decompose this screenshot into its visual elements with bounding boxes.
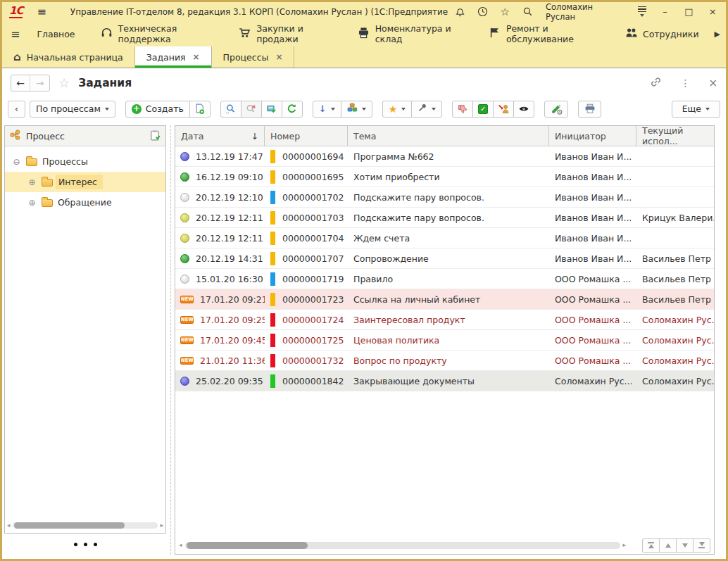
table-row[interactable]: 25.02.20 09:35 00000001842 Закрывающие д… (175, 371, 714, 391)
go-first-row-button[interactable] (642, 538, 660, 553)
close-tab-icon[interactable]: × (275, 52, 282, 62)
priority-bar (270, 191, 275, 204)
task-initiator: ООО Ромашка ... (549, 330, 636, 350)
table-row[interactable]: 16.12.19 09:10 00000001695 Хотим приобре… (175, 167, 714, 187)
tree-item-processes[interactable]: ⊖ Процессы (5, 151, 165, 172)
service-menu-icon[interactable] (636, 6, 648, 18)
scroll-right-icon[interactable]: ▸ (623, 542, 627, 548)
workspace: Процесс ⊖ Процессы ⊕ Интерес (2, 120, 726, 559)
priority-bar (270, 170, 275, 184)
table-footer: ◂ ▸ (175, 536, 714, 554)
column-header-subject[interactable]: Тема (348, 126, 549, 146)
row-status-icon: NEW (180, 296, 194, 303)
section-purchases[interactable]: Закупки и продажи (229, 21, 342, 46)
table-row[interactable]: 13.12.19 17:47 00000001694 Программа №66… (175, 146, 714, 167)
close-tab-icon[interactable]: × (193, 52, 200, 62)
create-by-copy-button[interactable] (189, 101, 211, 118)
column-header-assignee[interactable]: Текущий испол... (636, 126, 714, 146)
table-row[interactable]: NEW 17.01.20 09:45 00000001725 Ценовая п… (175, 330, 714, 351)
print-button[interactable] (578, 101, 601, 118)
go-next-row-button[interactable] (676, 538, 694, 553)
tree-item-interest[interactable]: ⊕ Интерес (5, 172, 165, 192)
maximize-button[interactable]: □ (682, 6, 695, 17)
clipboard-check-icon[interactable] (150, 130, 161, 143)
section-staff[interactable]: Сотрудники (615, 21, 709, 46)
scroll-right-icon[interactable]: ▸ (160, 522, 163, 529)
row-status-icon (180, 152, 189, 161)
close-page-button[interactable]: × (708, 77, 717, 89)
main-menu-icon[interactable]: ≡ (37, 5, 46, 18)
refresh-button[interactable] (282, 101, 303, 118)
close-window-button[interactable]: × (706, 6, 719, 17)
favorites-star-icon[interactable]: ☆ (499, 6, 510, 18)
tab-processes[interactable]: Процессы × (212, 46, 295, 68)
expand-node-icon[interactable]: ⊕ (27, 177, 37, 187)
grouping-dropdown[interactable] (341, 101, 372, 118)
task-date: 13.12.19 17:47 (196, 151, 263, 162)
current-user[interactable]: Соломахин Руслан (546, 2, 624, 22)
group-by-dropdown[interactable]: По процессам (30, 101, 115, 118)
complete-task-button[interactable]: ✓ (472, 101, 494, 118)
notifications-bell-icon[interactable] (455, 6, 466, 18)
section-support[interactable]: Техническая поддержка (91, 21, 224, 46)
go-prev-row-button[interactable] (659, 538, 677, 553)
collapse-left-panel-button[interactable]: ‹ (8, 101, 25, 118)
task-subject: Сопровождение (348, 248, 549, 268)
favorite-star-icon[interactable]: ☆ (58, 75, 70, 90)
go-last-row-button[interactable] (693, 538, 710, 553)
page-menu-kebab-icon[interactable]: ⋮ (680, 77, 690, 89)
section-main[interactable]: Главное (27, 21, 84, 46)
column-header-date[interactable]: Дата ↓ (175, 126, 265, 146)
table-row[interactable]: NEW 17.01.20 09:25 00000001724 Заинтерес… (175, 310, 714, 330)
importance-dropdown[interactable]: ★ (382, 101, 413, 118)
expand-node-icon[interactable]: ⊕ (27, 198, 37, 208)
reject-task-button[interactable] (452, 101, 473, 118)
priority-bar (270, 354, 275, 367)
scroll-left-icon[interactable]: ◂ (7, 522, 11, 529)
column-header-initiator[interactable]: Инициатор (549, 126, 636, 146)
table-row[interactable]: 20.12.19 12:10 00000001702 Подскажите па… (175, 187, 714, 208)
task-number: 00000001732 (282, 355, 344, 366)
table-row[interactable]: NEW 17.01.20 09:21 00000001723 Ссылка на… (175, 289, 714, 310)
tree-item-appeal[interactable]: ⊕ Обращение (5, 192, 165, 213)
functions-menu-icon[interactable]: ≡ (11, 27, 20, 41)
forward-button[interactable]: → (30, 75, 49, 91)
tab-home[interactable]: ⌂ Начальная страница (2, 46, 135, 68)
table-row[interactable]: 15.01.20 16:30 00000001719 Правило ООО Р… (175, 269, 714, 289)
back-button[interactable]: ← (11, 75, 30, 91)
people-icon (625, 27, 637, 41)
table-row[interactable]: 20.12.19 14:31 00000001707 Сопровождение… (175, 248, 714, 269)
section-repair[interactable]: Ремонт и обслуживание (479, 21, 610, 46)
sidebar-horizontal-scrollbar[interactable]: ◂ ▸ (7, 521, 163, 530)
configure-list-button[interactable] (261, 101, 282, 118)
more-actions-dropdown[interactable]: Еще (672, 101, 720, 118)
task-assignee (636, 167, 714, 187)
table-row[interactable]: NEW 21.01.20 11:36 00000001732 Вопрос по… (175, 351, 714, 371)
postpone-task-button[interactable] (544, 101, 568, 118)
table-horizontal-scrollbar[interactable] (185, 542, 620, 549)
table-row[interactable]: 20.12.19 12:11 00000001703 Подскажите па… (175, 208, 714, 228)
more-sections-icon[interactable]: ▶ (715, 30, 720, 39)
redirect-task-button[interactable] (493, 101, 514, 118)
watch-task-button[interactable] (513, 101, 534, 118)
panel-splitter-grip[interactable] (4, 534, 166, 555)
scroll-left-icon[interactable]: ◂ (179, 542, 182, 548)
task-assignee: Соломахин Рус... (636, 330, 714, 350)
priority-bar (270, 272, 275, 286)
collapse-node-icon[interactable]: ⊖ (12, 157, 21, 167)
sort-order-dropdown[interactable]: ↓ (313, 101, 341, 118)
one-c-logo: 1С (9, 6, 23, 18)
cancel-search-button[interactable] (241, 101, 262, 118)
create-button[interactable]: + Создать (125, 101, 190, 118)
column-header-number[interactable]: Номер (265, 126, 348, 146)
panel-splitter[interactable] (166, 125, 175, 555)
minimize-button[interactable]: – (659, 6, 672, 17)
pin-dropdown[interactable] (411, 101, 442, 118)
tab-tasks[interactable]: Задания × (135, 46, 212, 68)
get-link-icon[interactable] (650, 76, 662, 90)
table-row[interactable]: 20.12.19 12:11 00000001704 Ждем счета Ив… (175, 228, 714, 248)
history-clock-icon[interactable] (477, 6, 489, 18)
global-search-icon[interactable] (522, 6, 533, 18)
search-button[interactable] (220, 101, 241, 118)
section-warehouse[interactable]: Номенклатура и склад (348, 21, 473, 46)
